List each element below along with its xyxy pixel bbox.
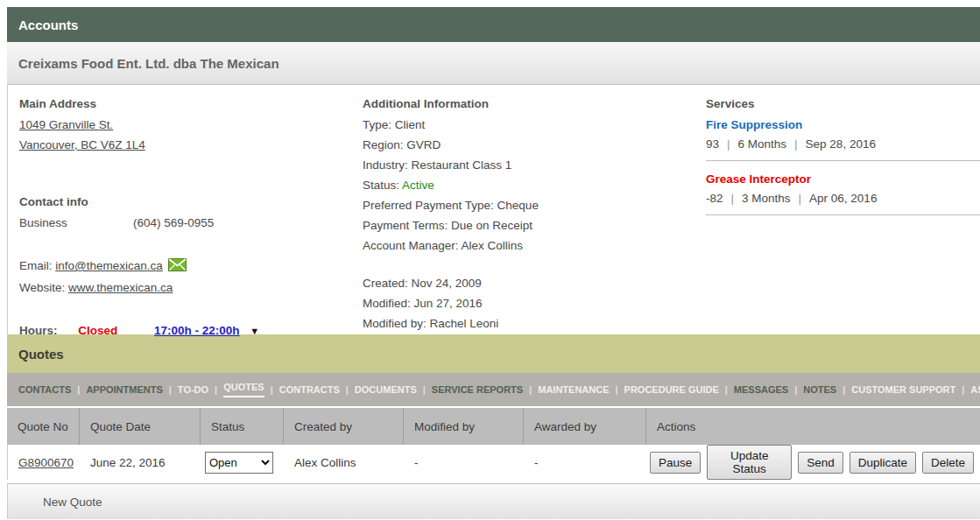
field-payment-terms: Payment Terms: Due on Receipt <box>363 215 706 235</box>
service-divider <box>706 160 980 161</box>
page-header: Accounts <box>7 7 980 42</box>
new-quote-label: New Quote <box>43 495 102 509</box>
service-divider <box>706 214 980 215</box>
field-status: Status: Active <box>363 175 706 195</box>
address-contact-column: Main Address 1049 Granville St. Vancouve… <box>19 97 363 334</box>
tab-separator: | <box>529 384 532 395</box>
tab-documents[interactable]: DOCUMENTS <box>355 384 417 395</box>
service-item: Grease Interceptor -82|3 Months|Apr 06, … <box>706 169 980 215</box>
tab-separator: | <box>794 384 797 395</box>
tab-notes[interactable]: NOTES <box>803 384 836 395</box>
address-line1-link[interactable]: 1049 Granville St. <box>19 118 113 131</box>
website-link[interactable]: www.themexican.ca <box>68 281 173 294</box>
meta-created: Created: Nov 24, 2009 <box>363 273 706 293</box>
tab-separator: | <box>215 384 217 395</box>
envelope-icon[interactable] <box>168 257 187 278</box>
hours-status: Closed <box>78 324 117 337</box>
quote-status-select[interactable]: Open <box>205 452 273 474</box>
accounts-page: Accounts Creixams Food Ent. Ltd. dba The… <box>7 7 980 519</box>
quote-number-link[interactable]: G8900670 <box>18 456 74 469</box>
tab-messages[interactable]: MESSAGES <box>734 384 788 395</box>
col-header-modified-by: Modified by <box>403 408 523 445</box>
status-active-value: Active <box>402 179 434 192</box>
quotes-table-header: Quote No Quote Date Status Created by Mo… <box>7 408 980 445</box>
created-by-cell: Alex Collins <box>284 456 404 469</box>
contact-info-heading: Contact info <box>19 195 363 208</box>
account-details: Main Address 1049 Granville St. Vancouve… <box>7 85 980 334</box>
services-heading: Services <box>706 97 980 110</box>
tab-separator: | <box>616 384 618 395</box>
col-header-created-by: Created by <box>283 408 403 445</box>
quote-table-row: G8900670 June 22, 2016 Open Alex Collins… <box>7 445 980 480</box>
service-grease-interceptor-details: -82|3 Months|Apr 06, 2016 <box>706 189 980 208</box>
tab-separator: | <box>962 384 964 395</box>
website-label: Website: <box>19 281 65 294</box>
additional-info-column: Additional Information Type: Client Regi… <box>363 97 706 334</box>
address-line2-link[interactable]: Vancouver, BC V6Z 1L4 <box>19 138 145 151</box>
email-link[interactable]: info@themexican.ca <box>55 259 163 272</box>
account-name: Creixams Food Ent. Ltd. dba The Mexican <box>18 56 279 71</box>
tab-customer-support[interactable]: CUSTOMER SUPPORT <box>851 384 955 395</box>
hours-label: Hours: <box>19 324 58 337</box>
services-column: Services Fire Suppression 93|6 Months|Se… <box>706 97 980 334</box>
actions-cell: Pause Update Status Send Duplicate Delet… <box>646 445 980 480</box>
col-header-status: Status <box>200 408 283 445</box>
tab-quotes[interactable]: QUOTES <box>223 382 264 397</box>
phone-type-label: Business <box>19 213 133 233</box>
field-industry: Industry: Restaurant Class 1 <box>363 155 706 175</box>
field-preferred-payment: Preferred Payment Type: Cheque <box>363 195 706 215</box>
quotes-section-title: Quotes <box>18 347 64 362</box>
service-fire-suppression-link[interactable]: Fire Suppression <box>706 115 980 135</box>
phone-number: (604) 569-0955 <box>133 213 214 233</box>
tab-contacts[interactable]: CONTACTS <box>18 384 71 395</box>
tab-contracts[interactable]: CONTRACTS <box>279 384 340 395</box>
pause-button[interactable]: Pause <box>650 452 701 474</box>
field-account-manager: Account Manager: Alex Collins <box>363 235 706 256</box>
tab-separator: | <box>423 384 426 395</box>
col-header-quote-date: Quote Date <box>79 408 200 445</box>
meta-modified-by: Modified by: Rachel Leoni <box>363 313 706 334</box>
col-header-quote-no: Quote No <box>7 408 79 445</box>
service-grease-interceptor-link[interactable]: Grease Interceptor <box>706 169 980 189</box>
col-header-awarded-by: Awarded by <box>523 408 645 445</box>
new-quote-bar[interactable]: New Quote <box>7 483 980 519</box>
service-item: Fire Suppression 93|6 Months|Sep 28, 201… <box>706 115 980 161</box>
awarded-by-cell: - <box>524 456 646 469</box>
tab-separator: | <box>725 384 728 395</box>
additional-info-heading: Additional Information <box>363 97 706 110</box>
tab-separator: | <box>169 384 172 395</box>
email-label: Email: <box>19 259 53 272</box>
tab-service-reports[interactable]: SERVICE REPORTS <box>432 384 523 395</box>
quotes-tab-strip: CONTACTS|APPOINTMENTS|TO-DO|QUOTES|CONTR… <box>7 373 980 406</box>
tab-separator: | <box>843 384 845 395</box>
col-header-actions: Actions <box>645 408 980 445</box>
duplicate-button[interactable]: Duplicate <box>850 452 916 474</box>
field-type: Type: Client <box>363 115 706 135</box>
main-address-heading: Main Address <box>19 97 363 110</box>
tab-to-do[interactable]: TO-DO <box>178 384 208 395</box>
page-title: Accounts <box>18 18 78 32</box>
tab-appointments[interactable]: APPOINTMENTS <box>86 384 162 395</box>
tab-separator: | <box>77 384 80 395</box>
quote-date-cell: June 22, 2016 <box>80 456 201 469</box>
delete-button[interactable]: Delete <box>922 452 974 474</box>
account-name-bar: Creixams Food Ent. Ltd. dba The Mexican <box>7 42 980 85</box>
tab-procedure-guide[interactable]: PROCEDURE GUIDE <box>624 384 719 395</box>
meta-modified: Modified: Jun 27, 2016 <box>363 293 706 313</box>
hours-dropdown-icon[interactable]: ▼ <box>250 326 259 336</box>
send-button[interactable]: Send <box>798 452 843 474</box>
modified-by-cell: - <box>404 456 524 469</box>
tab-separator: | <box>271 384 273 395</box>
service-fire-suppression-details: 93|6 Months|Sep 28, 2016 <box>706 135 980 154</box>
tab-separator: | <box>346 384 349 395</box>
tab-associations[interactable]: ASSOCIATIONS <box>970 384 980 395</box>
tab-maintenance[interactable]: MAINTENANCE <box>538 384 609 395</box>
hours-range-link[interactable]: 17:00h - 22:00h <box>154 324 240 337</box>
field-region: Region: GVRD <box>363 135 706 155</box>
update-status-button[interactable]: Update Status <box>707 445 792 480</box>
